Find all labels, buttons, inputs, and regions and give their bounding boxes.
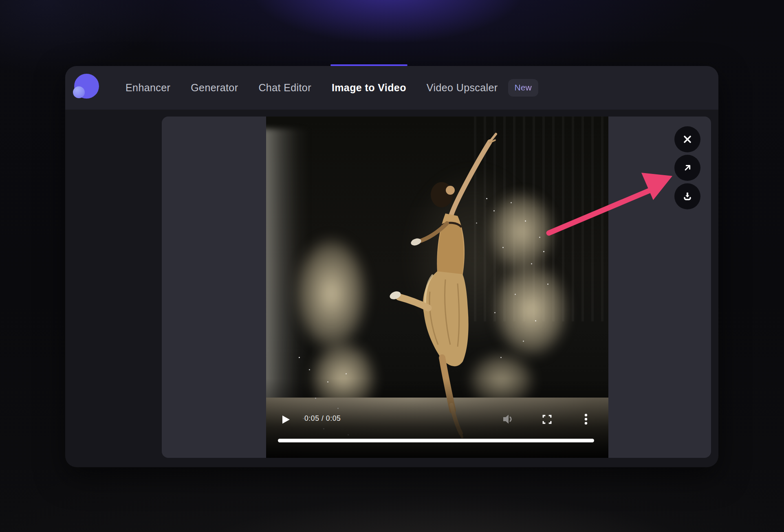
more-options-button[interactable] — [584, 413, 588, 425]
close-button[interactable] — [674, 126, 700, 152]
fullscreen-button[interactable] — [542, 414, 553, 424]
action-buttons — [674, 126, 700, 209]
play-icon — [282, 415, 290, 424]
tab-generator[interactable]: Generator — [191, 66, 238, 110]
new-badge: New — [508, 79, 538, 97]
app-logo[interactable] — [74, 74, 99, 99]
download-icon — [682, 191, 693, 202]
video-player[interactable]: 0:05 / 0:05 — [266, 117, 608, 458]
volume-button[interactable] — [502, 414, 515, 424]
nav-tabs: Enhancer Generator Chat Editor Image to … — [126, 66, 498, 110]
tab-enhancer[interactable]: Enhancer — [126, 66, 170, 110]
content-area: 0:05 / 0:05 — [65, 110, 718, 467]
speaker-icon — [503, 415, 511, 424]
kebab-icon — [585, 414, 587, 424]
tab-video-upscaler[interactable]: Video Upscaler — [427, 66, 498, 110]
video-controls: 0:05 / 0:05 — [266, 412, 608, 426]
download-button[interactable] — [674, 183, 700, 209]
page: { "nav": { "items": [ { "label": "Enhanc… — [0, 0, 784, 532]
tab-chat-editor[interactable]: Chat Editor — [258, 66, 311, 110]
close-icon — [683, 135, 692, 144]
open-external-button[interactable] — [674, 155, 700, 181]
video-progress-bar[interactable] — [278, 439, 594, 442]
navbar: Enhancer Generator Chat Editor Image to … — [65, 66, 718, 110]
fullscreen-icon — [543, 415, 551, 423]
tab-image-to-video[interactable]: Image to Video — [332, 66, 406, 110]
logo-circle-small — [73, 86, 85, 98]
play-button[interactable] — [282, 415, 290, 424]
new-badge-label: New — [515, 83, 532, 92]
video-panel: 0:05 / 0:05 — [162, 117, 711, 458]
time-display: 0:05 / 0:05 — [304, 414, 341, 423]
arrow-up-right-icon — [682, 163, 693, 173]
app-card: Enhancer Generator Chat Editor Image to … — [65, 66, 718, 467]
